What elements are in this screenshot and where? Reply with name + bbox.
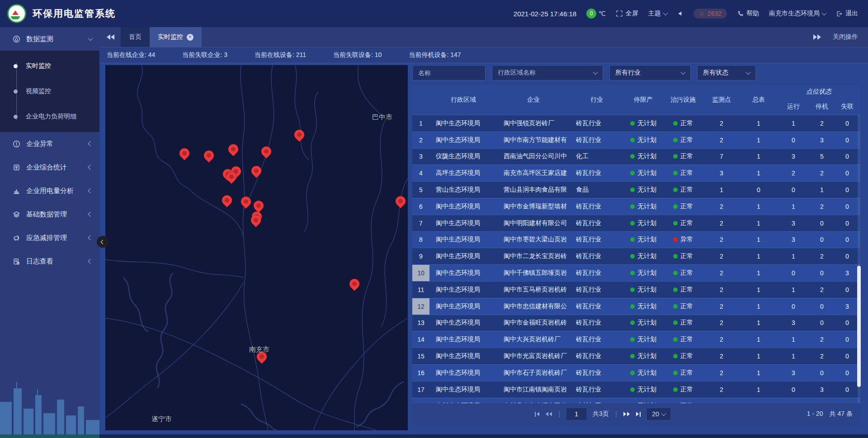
- help-label: 帮助: [746, 9, 759, 18]
- cell-lost-count: 0: [835, 282, 860, 298]
- notification-badge[interactable]: 2632: [693, 9, 727, 19]
- table-row-8[interactable]: 8阆中生态环境局阆中市枣碧大梁山页岩砖瓦行业无计划异常21300: [412, 231, 860, 248]
- table-row-16[interactable]: 16阆中生态环境局阆中市石子页岩机砖厂砖瓦行业无计划正常21300: [412, 364, 860, 381]
- map-pin-12[interactable]: [251, 198, 265, 212]
- status-filter-select[interactable]: 所有状态: [697, 65, 756, 80]
- cell-company: 阆中大兴页岩机砖厂: [497, 331, 570, 348]
- prev-page-button[interactable]: [546, 412, 552, 416]
- cell-lost-count: 0: [835, 198, 860, 215]
- logout-button[interactable]: 退出: [836, 9, 858, 18]
- last-page-button[interactable]: [636, 412, 641, 417]
- cell-region: 南部生态环境局: [429, 398, 497, 403]
- map-pin-3[interactable]: [177, 146, 191, 160]
- table-row-9[interactable]: 9阆中生态环境局阆中市二龙长宝页岩砖砖瓦行业无计划正常21120: [412, 248, 860, 264]
- cell-lost-count: 0: [835, 248, 860, 264]
- sidebar-group-5[interactable]: 应急减排管理: [0, 226, 99, 250]
- theme-menu[interactable]: 主题: [648, 9, 667, 18]
- cell-industry: 砖瓦行业: [570, 215, 624, 231]
- chevron-down-icon: [88, 36, 93, 41]
- table-row-12[interactable]: 12阆中生态环境局阆中市忠信建材有限公砖瓦行业无计划正常21003: [412, 298, 860, 315]
- map-pin-10[interactable]: [393, 194, 407, 208]
- table-row-1[interactable]: 1阆中生态环境局阆中强锐页岩砖厂砖瓦行业无计划正常21120: [412, 115, 860, 132]
- table-row-17[interactable]: 17阆中生态环境局阆中市江南镇阆南页岩砖瓦行业无计划正常21030: [412, 381, 860, 398]
- sidebar-subitem-1[interactable]: 视频监控: [0, 79, 99, 104]
- sidebar-subitem-2[interactable]: 企业电力负荷明细: [0, 104, 99, 129]
- temperature-widget: 0 ℃: [586, 9, 606, 19]
- col-lost: 失联: [835, 99, 860, 115]
- map-pin-4[interactable]: [202, 148, 216, 162]
- page-size-select[interactable]: 20: [647, 408, 670, 420]
- tabs-scroll-right-button[interactable]: [813, 34, 821, 40]
- cell-total-meters: 1: [740, 365, 778, 381]
- app-logo-icon: [7, 4, 26, 23]
- range-label: 1 - 20: [807, 410, 823, 418]
- industry-filter-select[interactable]: 所有行业: [609, 65, 691, 80]
- table-row-6[interactable]: 6阆中生态环境局阆中市金博瑞新型墙材砖瓦行业无计划正常21120: [412, 198, 860, 215]
- sidebar-group-2[interactable]: 企业综合统计: [0, 155, 99, 179]
- tabs-scroll-left-button[interactable]: [107, 34, 114, 40]
- table-row-2[interactable]: 2阆中生态环境局阆中市南方节能建材有砖瓦行业无计划正常21030: [412, 132, 860, 148]
- sidebar-collapse-handle[interactable]: [97, 236, 108, 248]
- cell-lost-count: 0: [835, 182, 860, 198]
- table-row-18[interactable]: 18南部生态环境局南部县砌兴水泥有限公建材加工无计划正常60060: [412, 398, 860, 403]
- region-filter-select[interactable]: 行政区域名称: [492, 65, 603, 80]
- table-row-5[interactable]: 5营山生态环境局营山县润丰肉食品有限食品无计划正常10010: [412, 181, 860, 198]
- table-row-11[interactable]: 11阆中生态环境局阆中市五马桥页岩机砖砖瓦行业无计划正常21120: [412, 281, 860, 298]
- map-pin-5[interactable]: [249, 164, 263, 178]
- tab-realtime-monitor[interactable]: 实时监控 ×: [150, 27, 202, 47]
- map-pin-15[interactable]: [347, 277, 361, 291]
- status-dot-green-icon: [630, 304, 635, 309]
- cell-total-meters: 1: [740, 149, 778, 165]
- map-pin-1[interactable]: [226, 142, 240, 156]
- facility-status-text: 正常: [680, 286, 693, 294]
- name-filter-input[interactable]: [412, 65, 486, 80]
- table-row-3[interactable]: 3仪陇生态环境局西南油气田分公司川中化工无计划正常71350: [412, 148, 860, 165]
- cell-halt-status: 无计划: [624, 331, 663, 348]
- table-row-14[interactable]: 14阆中生态环境局阆中大兴页岩机砖厂砖瓦行业无计划正常21120: [412, 331, 860, 348]
- table-scrollbar-handle[interactable]: [857, 266, 861, 387]
- table-row-13[interactable]: 13阆中生态环境局阆中市金福旺页岩机砖砖瓦行业无计划正常21300: [412, 315, 860, 331]
- speaker-mute-icon[interactable]: [677, 10, 684, 17]
- close-tab-icon[interactable]: ×: [187, 34, 193, 41]
- table-row-7[interactable]: 7阆中生态环境局阆中明阳建材有限公司砖瓦行业无计划正常21300: [412, 215, 860, 231]
- map-pin-2[interactable]: [259, 144, 273, 158]
- sidebar-group-6[interactable]: 日志查看: [0, 250, 99, 273]
- sidebar-group-4[interactable]: 基础数据管理: [0, 203, 99, 226]
- cell-run-count: 1: [778, 248, 809, 264]
- page-number-input[interactable]: 1: [566, 408, 586, 420]
- map-pin-9[interactable]: [220, 193, 234, 207]
- sidebar-group-1[interactable]: 企业异常: [0, 132, 99, 155]
- cell-lost-count: 0: [835, 165, 860, 181]
- chevron-down-icon: [663, 10, 668, 15]
- close-operations-button[interactable]: 关闭操作: [833, 33, 858, 41]
- sidebar-subitem-0[interactable]: 实时监控: [0, 53, 99, 79]
- next-page-button[interactable]: [623, 412, 630, 416]
- map-pin-0[interactable]: [292, 127, 306, 141]
- tab-home[interactable]: 首页: [121, 27, 150, 47]
- sidebar-group-0[interactable]: 数据监测: [0, 27, 99, 51]
- layers-icon: [13, 211, 21, 218]
- col-industry: 行业: [570, 85, 624, 115]
- cell-facility-status: 正常: [663, 398, 703, 403]
- chevron-left-icon: [88, 188, 93, 193]
- row-number: 4: [412, 165, 429, 181]
- facility-status-text: 正常: [680, 319, 693, 327]
- sidebar-group-label: 日志查看: [26, 257, 83, 266]
- help-button[interactable]: 帮助: [737, 9, 759, 18]
- first-page-button[interactable]: [535, 412, 539, 417]
- cell-industry: 砖瓦行业: [570, 282, 624, 298]
- status-dot-green-icon: [630, 188, 635, 192]
- table-row-15[interactable]: 15阆中生态环境局阆中市光富页岩机砖厂砖瓦行业无计划正常21120: [412, 348, 860, 364]
- map-pin-11[interactable]: [239, 194, 253, 208]
- header-actions: 2021-02-25 17:46:18 0 ℃ 全屏 主题 2632: [514, 9, 868, 19]
- fullscreen-button[interactable]: 全屏: [616, 9, 638, 18]
- org-menu[interactable]: 南充市生态环境局: [769, 9, 826, 18]
- cell-halt-status: 无计划: [624, 132, 663, 148]
- table-row-10[interactable]: 10阆中生态环境局阆中千佛镇五郎垭页岩砖瓦行业无计划正常21003: [412, 264, 860, 281]
- cell-halt-status: 无计划: [624, 365, 663, 381]
- map-canvas[interactable]: 巴中市南充市遂宁市: [105, 65, 408, 430]
- cell-industry: 砖瓦行业: [570, 115, 624, 132]
- facility-status-text: 正常: [680, 219, 693, 227]
- table-row-4[interactable]: 4高坪生态环境局南充市高坪区王家店建砖瓦行业无计划正常31220: [412, 165, 860, 181]
- sidebar-group-3[interactable]: 企业用电量分析: [0, 179, 99, 203]
